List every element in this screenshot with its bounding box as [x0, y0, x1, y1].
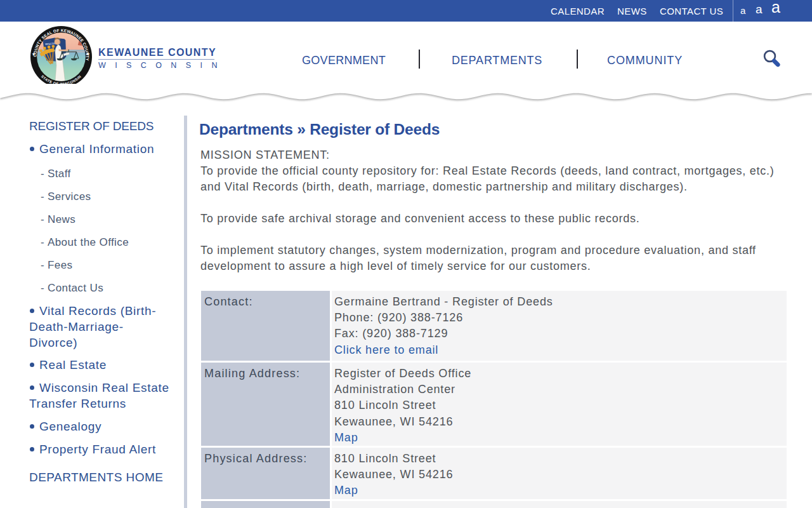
svg-text:★: ★ [32, 52, 36, 56]
svg-text:★: ★ [86, 52, 90, 56]
